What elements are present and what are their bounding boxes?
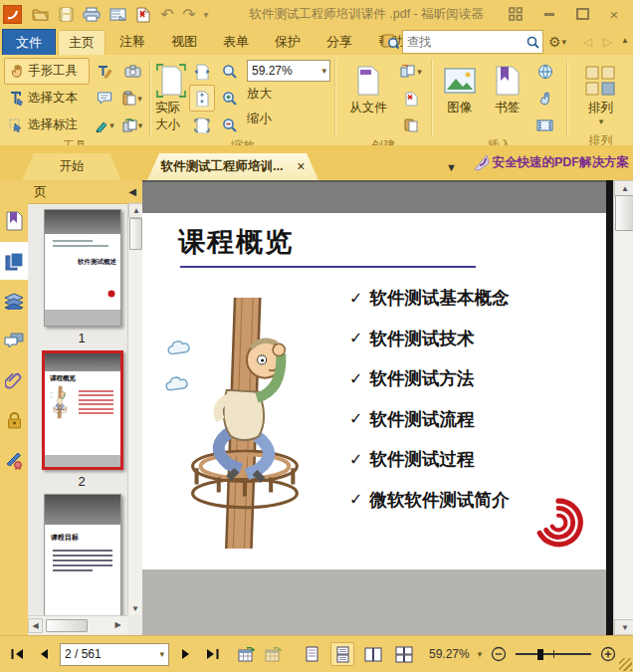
save-button[interactable] [56,4,76,24]
minimize-button[interactable] [539,5,559,23]
hand-tool-button[interactable]: 手形工具 [4,58,90,85]
tab-view[interactable]: 视图 [161,30,207,54]
single-page-view-icon[interactable] [300,642,323,666]
tab-home[interactable]: 主页 [58,30,106,55]
panel-vertical-scrollbar[interactable]: ▲ ▼ [127,203,142,615]
page-number-input[interactable] [61,647,158,661]
document-vertical-scrollbar[interactable]: ▲ ▼ [613,180,633,635]
panel-collapse-icon[interactable]: ◀ [128,180,136,203]
fit-visible-icon[interactable] [189,112,215,138]
zoom-percentage-combo[interactable]: 59.27%▾ [247,60,330,82]
first-page-button[interactable] [6,644,26,664]
select-annotation-button[interactable]: 选择标注 [4,112,90,138]
insert-video-icon[interactable] [532,112,558,138]
insert-bookmark-button[interactable]: 书签 [485,58,530,133]
actual-size-button[interactable]: 实际大小 [155,58,187,133]
zoom-in-button[interactable] [598,644,618,664]
marquee-zoom-icon[interactable] [217,58,243,85]
tab-comment[interactable]: 注释 [109,30,155,54]
new-document-button[interactable] [132,4,152,24]
thumbnail-page-2-selected[interactable]: 课程概览 [42,350,123,470]
history-back-icon[interactable]: ◁ [583,35,592,49]
edit-text-icon[interactable] [92,58,117,85]
search-input[interactable] [403,35,523,49]
status-zoom-caret-icon[interactable]: ▾ [478,649,483,659]
select-text-button[interactable]: 选择文本 [4,85,90,112]
status-zoom-value[interactable]: 59.27% [429,647,470,661]
restore-button[interactable] [572,5,592,23]
typewriter-note-icon[interactable] [92,85,117,112]
convert-pages-icon[interactable]: ▾ [398,58,424,85]
previous-page-button[interactable] [33,644,53,664]
open-file-button[interactable] [30,4,50,24]
fit-page-icon[interactable] [189,85,215,112]
zoom-in-icon[interactable] [217,85,243,112]
promo-banner[interactable]: 安全快速的PDF解决方案 [472,153,630,171]
email-button[interactable] [107,4,127,24]
comments-panel-icon[interactable] [0,322,28,359]
search-doc-icon[interactable] [382,33,399,50]
history-forward-icon[interactable]: ▷ [603,35,612,49]
continuous-facing-view-icon[interactable] [392,642,416,666]
document-tab[interactable]: 软件测试工程师培训... × [147,153,318,180]
close-button[interactable]: × [604,5,624,23]
start-tab[interactable]: 开始 [22,153,121,180]
security-panel-icon[interactable] [0,401,28,439]
panel-horizontal-scrollbar[interactable]: ◀ ▶ [28,615,127,634]
page-number-field[interactable]: ▾ [60,643,169,666]
qat-customize-caret-icon[interactable]: ▾ [200,4,212,24]
pages-panel-icon[interactable] [0,242,28,280]
zoom-out-button[interactable] [489,644,509,664]
thumbnail-page-3[interactable]: 课程目标 [44,494,121,615]
collapse-ribbon-icon[interactable]: ▲ [621,36,629,45]
zoom-out-label[interactable]: 缩小 [245,107,330,131]
panel-scroll-left-icon[interactable]: ◀ [28,618,43,633]
redo-button[interactable]: ↷ [179,4,199,24]
arrange-button[interactable]: 排列 ▾ [573,58,627,133]
continuous-view-icon[interactable] [330,642,354,666]
tab-list-dropdown-icon[interactable]: ▼ [446,161,457,173]
zoom-out-icon[interactable] [217,112,243,138]
next-page-button[interactable] [176,644,196,664]
tab-close-icon[interactable]: × [297,153,305,180]
web-link-icon[interactable] [532,58,558,85]
undo-button[interactable]: ↶ [157,4,177,24]
highlighter-pen-icon[interactable]: ▾ [92,112,117,138]
clipboard-icon[interactable]: ▾ [119,85,145,112]
zoom-slider-thumb[interactable] [537,649,543,660]
window-resize-grip[interactable] [619,658,632,671]
thumbnail-page-1[interactable]: 软件测试概述 [44,209,121,327]
layers-panel-icon[interactable] [0,282,28,320]
doc-scrollbar-thumb[interactable] [615,195,633,231]
print-button[interactable] [82,4,102,24]
tab-form[interactable]: 表单 [213,30,259,54]
last-page-button[interactable] [203,644,223,664]
rotate-pages-icon[interactable]: ▾ [119,112,145,138]
zoom-in-label[interactable]: 放大 [245,82,330,107]
panel-scrollbar-thumb[interactable] [129,218,142,250]
search-box[interactable] [402,30,543,54]
gear-icon[interactable]: ⚙▾ [548,34,566,50]
doc-scroll-down-icon[interactable]: ▼ [614,619,633,635]
tab-protect[interactable]: 保护 [265,30,311,54]
insert-image-button[interactable]: 图像 [437,58,483,133]
panel-hscrollbar-thumb[interactable] [46,619,88,632]
attach-file-icon[interactable] [532,85,558,112]
tab-share[interactable]: 分享 [316,30,362,54]
facing-view-icon[interactable] [361,642,385,666]
layout-squares-icon[interactable] [506,5,526,23]
snapshot-camera-icon[interactable] [119,58,145,85]
doc-scroll-up-icon[interactable]: ▲ [614,180,633,196]
signature-panel-icon[interactable] [0,441,28,479]
search-icon[interactable] [523,36,542,49]
panel-scroll-down-icon[interactable]: ▼ [128,602,142,615]
blank-document-icon[interactable] [398,85,424,112]
bookmarks-panel-icon[interactable] [0,202,28,240]
panel-scroll-right-icon[interactable]: ▶ [111,618,124,631]
from-clipboard-icon[interactable] [398,112,424,138]
file-menu-button[interactable]: 文件 [2,29,56,56]
export-table-icon[interactable] [236,644,256,664]
document-view[interactable]: 课程概览 ✓软件测试基本概念 ✓软件测试技术 ✓软件测试方法 ✓软件测试流程 ✓… [142,180,606,635]
create-from-file-button[interactable]: 从文件 [340,58,396,133]
attachments-panel-icon[interactable] [0,361,28,399]
